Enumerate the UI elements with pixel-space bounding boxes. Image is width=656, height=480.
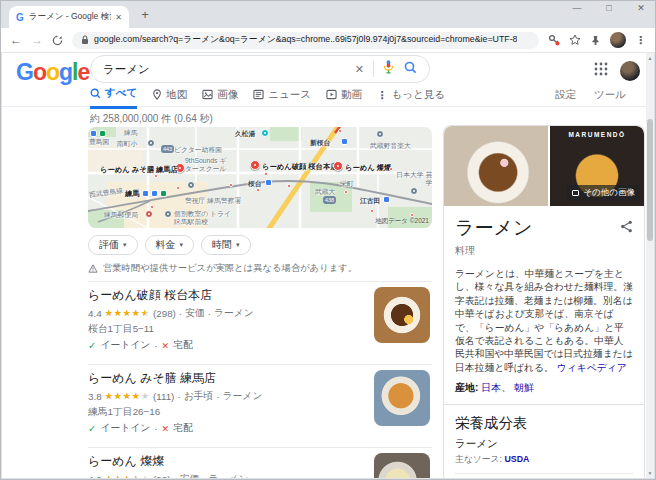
address-bar[interactable]: google.com/search?q=ラーメン&oq=ラーメン&aqs=chr… xyxy=(72,32,539,49)
local-result-2[interactable]: らーめん みそ膳 練馬店 3.8 ★★★★★★★★★★ (111) · お手頃 … xyxy=(88,364,432,441)
nutrition-table: 分量 100 g あたり カロリー (kcal) 436 脂質 16 g 飽和脂… xyxy=(455,473,633,478)
local-map[interactable]: 豊島園 練馬 南町小 443 ビクター幼稚園 久松湯 新桜台 武蔵野音楽大 9t… xyxy=(88,127,432,228)
map-badge-toshimaen-line xyxy=(90,130,97,137)
search-submit-icon[interactable] xyxy=(404,60,417,78)
forward-icon[interactable]: → xyxy=(31,34,43,46)
map-pin-icon xyxy=(152,89,162,100)
clear-search-icon[interactable]: ✕ xyxy=(355,63,364,76)
result-stats: 約 258,000,000 件 (0.64 秒) xyxy=(90,112,213,126)
map-dot xyxy=(370,209,374,213)
map-label-hagan[interactable]: らーめん破顔 桜台本店 xyxy=(262,163,338,171)
local-result-3[interactable]: らーめん 燦燦 4.0 ★★★★★★★★★★ (98) · 安価 · ラーメン … xyxy=(88,447,432,478)
scrollbar-thumb[interactable] xyxy=(647,119,653,241)
star-rating: ★★★★★★★★★★ xyxy=(105,309,150,318)
back-icon[interactable]: ← xyxy=(10,34,22,46)
result-photo[interactable] xyxy=(374,370,430,426)
map-poi-art-icon xyxy=(410,187,418,195)
map-label-shin-sakuradai: 新桜台 xyxy=(310,139,330,147)
result-name[interactable]: らーめん 燦燦 xyxy=(88,453,368,470)
usda-link[interactable]: USDA xyxy=(505,454,530,464)
result-name[interactable]: らーめん みそ膳 練馬店 xyxy=(88,370,368,387)
search-input[interactable] xyxy=(103,63,355,75)
chevron-down-icon: ▾ xyxy=(236,241,240,249)
scroll-up-arrow[interactable]: ▲ xyxy=(646,55,654,61)
voice-search-icon[interactable] xyxy=(383,60,394,78)
knowledge-photo-2[interactable]: MARUMENDŌ その他の画像 xyxy=(550,126,644,206)
map-badge-nerima-2 xyxy=(151,190,158,197)
page-scrollbar[interactable]: ▲ ▼ xyxy=(646,53,654,478)
tools-link[interactable]: ツール xyxy=(594,88,626,102)
chevron-down-icon: ▾ xyxy=(180,241,184,249)
lock-icon xyxy=(81,35,89,45)
result-address: 練馬1丁目26−16 xyxy=(88,406,368,419)
results-tab-bar: すべて 地図 画像 ニュース 動画 xyxy=(2,86,654,107)
map-route-438: 438 xyxy=(323,196,336,204)
map-attribution: 地図データ ©2021 xyxy=(375,217,429,226)
extension-pin-icon[interactable] xyxy=(590,35,601,46)
tab-more[interactable]: ⋮ もっと見る xyxy=(377,86,445,109)
map-dot xyxy=(229,183,233,187)
reload-icon[interactable] xyxy=(52,35,63,46)
tab-close-icon[interactable]: ✕ xyxy=(115,13,122,22)
image-icon xyxy=(572,190,579,196)
window-maximize-button[interactable]: □ xyxy=(603,3,615,13)
knowledge-photo-1[interactable] xyxy=(444,126,548,206)
map-pin-sansan[interactable] xyxy=(333,161,343,171)
map-label-ekoda: 江古田 xyxy=(360,197,380,205)
tab-images[interactable]: 画像 xyxy=(202,86,238,109)
tab-strip: G ラーメン - Google 検索 ✕ + — □ ✕ xyxy=(1,1,655,28)
new-tab-button[interactable]: + xyxy=(137,7,153,23)
map-label-sansan[interactable]: らーめん 燦燦 xyxy=(345,164,391,172)
wikipedia-link[interactable]: ウィキペディア xyxy=(557,362,627,373)
tab-news[interactable]: ニュース xyxy=(253,86,311,109)
news-tab-icon xyxy=(253,89,264,100)
search-box[interactable]: ✕ xyxy=(90,55,430,83)
map-label-ninth-sounds: 9thSounds ギタースクール xyxy=(185,157,231,172)
map-badge-nerima-1 xyxy=(142,190,149,197)
window-close-button[interactable]: ✕ xyxy=(635,3,647,13)
password-key-icon[interactable] xyxy=(548,34,560,46)
result-photo[interactable] xyxy=(374,453,430,478)
bookmark-star-icon[interactable] xyxy=(569,34,581,46)
map-dot xyxy=(176,220,180,224)
map-label-sakaemachi: 栄町 xyxy=(340,180,354,188)
origin-korea-link[interactable]: 朝鮮 xyxy=(514,382,534,393)
more-images-button[interactable]: その他の画像 xyxy=(567,185,640,201)
check-icon: ✓ xyxy=(88,340,96,351)
result-photo[interactable] xyxy=(374,287,430,343)
star-rating: ★★★★★★★★★★ xyxy=(105,475,150,478)
local-result-1[interactable]: らーめん破顔 桜台本店 4.4 ★★★★★★★★★★ (298) · 安価 · … xyxy=(88,281,432,358)
knowledge-description: ラーメンとは、中華麺とスープを主とし、様々な具を組み合わせた麺料理。漢字表記は拉… xyxy=(455,267,633,374)
window-minimize-button[interactable]: — xyxy=(571,3,583,13)
map-pin-hagan[interactable] xyxy=(250,160,260,170)
map-label-hisamatsu: 久松湯 xyxy=(235,130,255,138)
filter-price[interactable]: 料金▾ xyxy=(145,235,195,255)
map-label-musashino: 武蔵野音楽大 xyxy=(370,142,411,150)
search-tab-icon xyxy=(90,88,101,99)
account-avatar[interactable] xyxy=(620,61,640,81)
browser-menu-icon[interactable]: ⋮ xyxy=(635,34,646,47)
origin-japan-link[interactable]: 日本 xyxy=(481,382,501,393)
map-dot xyxy=(338,129,342,133)
category: ラーメン xyxy=(214,307,254,320)
chevron-down-icon: ▾ xyxy=(123,241,127,249)
cross-icon: ✕ xyxy=(162,341,170,351)
browser-profile-avatar[interactable] xyxy=(610,32,626,48)
scroll-down-arrow[interactable]: ▼ xyxy=(646,470,654,476)
google-logo[interactable]: Google xyxy=(16,59,89,86)
share-icon[interactable] xyxy=(620,219,633,237)
apps-grid-icon[interactable] xyxy=(594,62,608,80)
nutrition-source: 主なソース: USDA xyxy=(455,454,633,466)
origin-row: 産地: 日本、 朝鮮 xyxy=(455,381,633,395)
tab-all[interactable]: すべて xyxy=(90,86,137,109)
filter-hours[interactable]: 時間▾ xyxy=(201,235,251,255)
tab-maps[interactable]: 地図 xyxy=(152,86,187,109)
nutrition-title: 栄養成分表 xyxy=(455,414,633,433)
map-label-post-office: 練馬郵便局 xyxy=(104,211,138,219)
result-name[interactable]: らーめん破顔 桜台本店 xyxy=(88,287,368,304)
map-label-misozen[interactable]: らーめん みそ膳 練馬店 xyxy=(100,166,178,174)
browser-tab[interactable]: G ラーメン - Google 検索 ✕ xyxy=(9,6,129,28)
filter-rating[interactable]: 評価▾ xyxy=(88,235,138,255)
tab-videos[interactable]: 動画 xyxy=(326,86,362,109)
settings-link[interactable]: 設定 xyxy=(555,88,576,102)
